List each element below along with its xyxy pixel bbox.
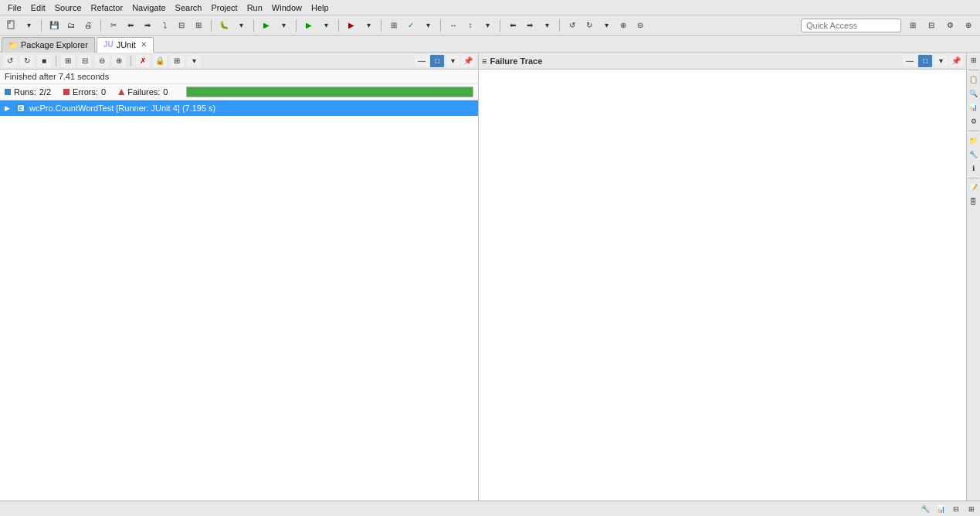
sidebar-icon-10[interactable]: 🗄 — [968, 195, 980, 208]
collapse-all-btn[interactable]: ⊖ — [95, 55, 109, 67]
sync-dropdown[interactable]: ▾ — [479, 18, 496, 33]
print-button[interactable]: 🖨 — [80, 18, 97, 33]
junit-maximize[interactable]: □ — [430, 55, 444, 67]
failure-panel-title: ≡ Failure Trace — [482, 56, 542, 66]
sidebar-icon-1[interactable]: ⊞ — [968, 54, 980, 66]
menu-search[interactable]: Search — [171, 2, 207, 14]
rerun-btn[interactable]: ↻ — [20, 55, 34, 67]
refactor-btn5[interactable]: ⊟ — [173, 18, 190, 33]
menu-file[interactable]: File — [3, 2, 26, 14]
show-prev-btn[interactable]: ⊟ — [78, 55, 92, 67]
run-dropdown[interactable]: ▾ — [275, 18, 292, 33]
status-bar: 🔧 📊 ⊟ ⊞ — [0, 501, 980, 516]
refactor-btn4[interactable]: ⤵ — [156, 18, 173, 33]
new-button[interactable] — [3, 18, 20, 33]
quick-access-input[interactable] — [801, 19, 901, 32]
menu-help[interactable]: Help — [307, 2, 334, 14]
extra-btn1[interactable]: ↺ — [564, 18, 581, 33]
sidebar-icon-9[interactable]: 📝 — [968, 182, 980, 194]
show-next-btn[interactable]: ⊞ — [61, 55, 75, 67]
menu-run[interactable]: Run — [242, 2, 267, 14]
filter-failures-btn[interactable]: ✗ — [136, 55, 150, 67]
menu-navigate[interactable]: Navigate — [127, 2, 170, 14]
sidebar-icon-6[interactable]: 📁 — [968, 134, 980, 147]
menu-refactor[interactable]: Refactor — [86, 2, 128, 14]
sidebar-icon-5[interactable]: ⚙ — [968, 115, 980, 127]
open-perspective-btn[interactable]: ⊞ — [904, 18, 921, 33]
run-ext-dropdown[interactable]: ▾ — [317, 18, 334, 33]
finished-text: Finished after 7.41 seconds — [5, 72, 109, 81]
sep6 — [338, 19, 339, 32]
panel-sep2 — [131, 56, 131, 66]
menu-edit[interactable]: Edit — [26, 2, 50, 14]
run-button[interactable]: ▶ — [258, 18, 275, 33]
failure-panel-right-icons: — □ ▾ 📌 — [903, 55, 963, 67]
prev-btn[interactable]: ⬅ — [504, 18, 521, 33]
validate-dropdown[interactable]: ▾ — [419, 18, 436, 33]
status-icon-3[interactable]: ⊟ — [951, 504, 961, 514]
sidebar-icon-3[interactable]: 🔍 — [968, 87, 980, 100]
settings-btn[interactable]: ⚙ — [941, 18, 958, 33]
menu-project[interactable]: Project — [206, 2, 242, 14]
toolbar-group-extra: ⊞ ✓ ▾ — [385, 18, 436, 33]
menu-window[interactable]: Window — [267, 2, 307, 14]
toolbar-group-extra2: ↺ ↻ ▾ ⊕ ⊖ — [564, 18, 649, 33]
status-icon-4[interactable]: ⊞ — [966, 504, 977, 514]
run-ext-button[interactable]: ▶ — [300, 18, 317, 33]
extra-btn3[interactable]: ⊕ — [615, 18, 632, 33]
save-button[interactable]: 💾 — [46, 18, 63, 33]
test-row-1[interactable]: ▶ wcPro.CountWordTest [Runner: JUnit 4] … — [0, 100, 478, 116]
coverage-btn[interactable]: ▶ — [343, 18, 360, 33]
extra-btn2[interactable]: ↻ — [581, 18, 598, 33]
new-dropdown[interactable]: ▾ — [20, 18, 37, 33]
sep1 — [41, 19, 42, 32]
failure-trace-label: Failure Trace — [490, 56, 542, 66]
sidebar-icon-4[interactable]: 📊 — [968, 101, 980, 114]
sep8 — [440, 19, 441, 32]
sep7 — [381, 19, 381, 32]
perspective-btn[interactable]: ⊟ — [923, 18, 940, 33]
sidebar-icon-2[interactable]: 📋 — [968, 73, 980, 86]
tab-junit[interactable]: JU JUnit ✕ — [97, 37, 154, 53]
status-icon-1[interactable]: 🔧 — [920, 504, 931, 514]
junit-pin[interactable]: 📌 — [461, 55, 475, 67]
stop-test-btn[interactable]: ■ — [37, 55, 51, 67]
nav-dropdown[interactable]: ▾ — [538, 18, 555, 33]
ext-btn1[interactable]: ⊞ — [385, 18, 402, 33]
refactor-btn3[interactable]: ➡ — [139, 18, 156, 33]
expand-all-btn[interactable]: ⊕ — [112, 55, 126, 67]
status-icon-2[interactable]: 📊 — [935, 504, 946, 514]
sidebar-icon-7[interactable]: 🔧 — [968, 148, 980, 161]
expand-icon: ▶ — [5, 104, 12, 112]
failure-minimize[interactable]: — — [903, 55, 917, 67]
validate-btn[interactable]: ✓ — [402, 18, 419, 33]
failure-pin[interactable]: 📌 — [949, 55, 963, 67]
layout-btn[interactable]: ⊞ — [170, 55, 184, 67]
failure-maximize[interactable]: □ — [918, 55, 932, 67]
tab-package-explorer[interactable]: 📁 Package Explorer — [2, 37, 95, 53]
scroll-lock-btn[interactable]: 🔒 — [153, 55, 167, 67]
debug-dropdown[interactable]: ▾ — [232, 18, 249, 33]
rerun-failed-btn[interactable]: ↺ — [3, 55, 17, 67]
junit-minimize[interactable]: — — [415, 55, 429, 67]
refactor-btn2[interactable]: ⬅ — [122, 18, 139, 33]
save-all-button[interactable]: 🗂 — [63, 18, 80, 33]
failure-view-menu[interactable]: ▾ — [934, 55, 948, 67]
menu-source[interactable]: Source — [50, 2, 86, 14]
sync-btn2[interactable]: ↕ — [462, 18, 479, 33]
next-btn[interactable]: ➡ — [521, 18, 538, 33]
sync-btn1[interactable]: ↔ — [445, 18, 462, 33]
tab-junit-close[interactable]: ✕ — [141, 40, 147, 49]
svg-rect-0 — [8, 21, 14, 29]
sidebar-icon-8[interactable]: ℹ — [968, 162, 980, 175]
extra-dropdown[interactable]: ▾ — [598, 18, 615, 33]
runs-stat: Runs: 2/2 — [5, 87, 51, 97]
debug-btn1[interactable]: 🐛 — [215, 18, 232, 33]
layout-dropdown[interactable]: ▾ — [187, 55, 201, 67]
junit-view-menu[interactable]: ▾ — [446, 55, 459, 67]
refactor-btn6[interactable]: ⊞ — [190, 18, 207, 33]
coverage-dropdown[interactable]: ▾ — [360, 18, 377, 33]
more-btn[interactable]: ⊕ — [960, 18, 977, 33]
refactor-btn1[interactable]: ✂ — [105, 18, 122, 33]
extra-btn4[interactable]: ⊖ — [632, 18, 649, 33]
